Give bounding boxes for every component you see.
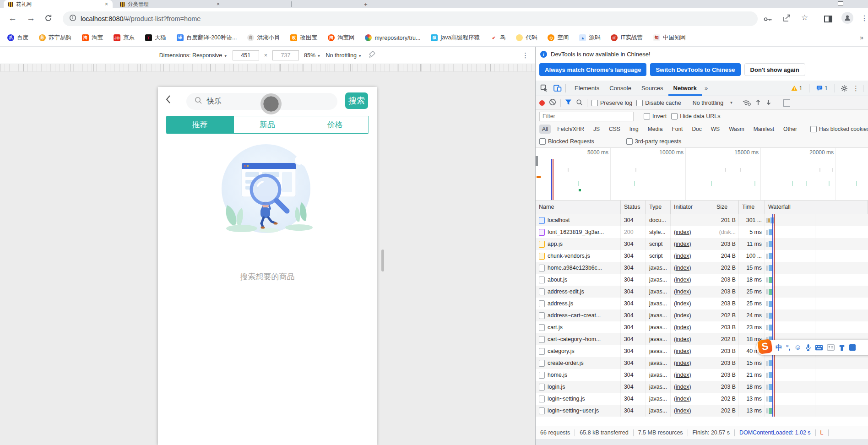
bookmark-item[interactable]: T 天猫 [145,34,166,42]
share-icon[interactable] [783,14,791,25]
table-row[interactable]: login.js 304 javas... (index) 203 B 18 m… [536,381,868,393]
chrome-menu-kebab-icon[interactable]: ⋮ [861,13,868,24]
invert-filter-checkbox[interactable]: Invert [644,113,667,119]
resource-type-chip[interactable]: Img [627,125,641,134]
banner-button[interactable]: Don't show again [744,63,805,76]
panel-tab[interactable]: Console [604,81,636,96]
request-initiator-link[interactable]: (index) [674,265,691,271]
tab-close-icon[interactable]: × [217,1,220,7]
request-initiator-link[interactable]: (index) [674,396,691,402]
bookmark-item[interactable]: ✔ 鸟 [490,34,506,42]
third-party-checkbox[interactable]: 3rd-party requests [626,138,681,145]
disable-cache-checkbox[interactable]: Disable cache [636,100,681,106]
table-row[interactable]: address.js 304 javas... (index) 203 B 25… [536,298,868,309]
bookmark-item[interactable]: JD 京东 [114,34,135,42]
table-row[interactable]: chunk-vendors.js 304 script (index) 204 … [536,250,868,262]
viewport-height-input[interactable] [272,50,299,60]
search-button[interactable]: 搜索 [345,92,368,109]
network-conditions-icon[interactable] [742,99,751,107]
request-initiator-link[interactable]: (index) [674,384,691,390]
new-tab-button[interactable]: + [364,1,368,8]
table-row[interactable]: app.js 304 script (index) 203 B 11 ms [536,238,868,250]
password-key-icon[interactable] [764,14,772,25]
bookmark-item[interactable]: 淘 淘宝 [82,34,103,42]
table-row[interactable]: home.js 304 javas... (index) 203 B 21 ms [536,369,868,381]
import-har-icon[interactable] [755,99,761,107]
request-initiator-link[interactable]: (index) [674,241,691,247]
bookmark-star-icon[interactable]: ☆ [801,12,808,23]
request-initiator-link[interactable]: (index) [674,336,691,342]
request-initiator-link[interactable]: (index) [674,348,691,354]
ime-more-icon[interactable] [849,344,856,351]
network-overview-timeline[interactable]: 5000 ms10000 ms15000 ms20000 ms [536,148,868,201]
bookmark-item[interactable]: IT IT实战营 [611,34,643,42]
inspect-element-icon[interactable] [540,84,548,92]
resource-type-chip[interactable]: WS [708,125,722,134]
warnings-badge[interactable]: 1 [788,85,806,92]
sort-tab[interactable]: 推荐 [166,116,234,133]
column-header[interactable]: Status [621,201,646,214]
resource-type-chip[interactable]: Fetch/XHR [554,125,587,134]
zoom-select[interactable]: 85% ▼ [304,52,320,59]
viewport-scrollbar-thumb[interactable] [381,250,384,271]
table-row[interactable]: login~setting.js 304 javas... (index) 20… [536,393,868,405]
preserve-log-checkbox[interactable]: Preserve log [591,100,632,106]
request-initiator-link[interactable]: (index) [674,300,691,307]
record-network-log-button[interactable] [539,100,545,106]
resource-type-chip[interactable]: CSS [606,125,623,134]
ime-keyboard-icon[interactable] [815,345,823,351]
resource-type-chip[interactable]: Wasm [726,125,747,134]
bookmark-item[interactable]: 淘 淘宝网 [328,34,355,42]
banner-button[interactable]: Switch DevTools to Chinese [650,63,740,76]
resource-type-chip[interactable]: Manifest [751,125,777,134]
clear-network-log-icon[interactable] [549,98,556,107]
column-header[interactable]: Waterfall [765,201,868,214]
request-initiator-link[interactable]: (index) [674,229,691,235]
blocked-requests-checkbox[interactable]: Blocked Requests [539,138,594,145]
table-row[interactable]: address~cart~creat... 304 javas... (inde… [536,309,868,321]
browser-tab-2[interactable]: 分类管理 × [115,0,224,8]
dimensions-select[interactable]: Dimensions: Responsive ▼ [159,52,228,59]
bookmark-item[interactable]: 爪 百度 [7,34,28,42]
network-throttle-select[interactable]: No throttling ▼ [693,100,733,106]
overview-scroll-nub[interactable] [536,156,538,166]
column-header[interactable]: Initiator [671,201,713,214]
table-row[interactable]: login~setting~user.js 304 javas... (inde… [536,405,868,417]
browser-tab-1[interactable]: 花礼网 × [4,0,113,8]
viewport-width-input[interactable] [233,50,259,60]
bookmark-item[interactable]: 肖 洪湖小肖 [247,34,280,42]
back-chevron-icon[interactable] [164,94,173,107]
ime-emoji-icon[interactable]: ☺ [794,343,802,352]
issues-badge[interactable]: 1 [813,85,831,92]
bookmark-item[interactable]: 改 改图宝 [290,34,317,42]
table-row[interactable]: address-edit.js 304 javas... (index) 203… [536,286,868,298]
sort-tab[interactable]: 新品 [234,116,302,133]
resource-type-chip[interactable]: Doc [689,125,704,134]
ime-handwriting-icon[interactable] [827,344,835,351]
table-row[interactable]: about.js 304 javas... (index) 203 B 18 m… [536,274,868,286]
request-initiator-link[interactable]: (index) [674,407,691,414]
ime-punctuation-icon[interactable]: °, [786,344,791,351]
more-panels-chevron[interactable]: » [702,85,711,92]
network-filter-input[interactable] [539,112,634,121]
panel-tab[interactable]: Sources [636,81,668,96]
table-row[interactable]: font_1623819_3g3ar... 200 style... (inde… [536,226,868,238]
bookmark-item[interactable]: ▲ 源码 [579,34,600,42]
bookmark-item[interactable]: myrepository/tru... [365,34,420,41]
resource-type-chip[interactable]: JS [591,125,602,134]
forward-icon[interactable]: → [27,13,35,24]
ime-skin-icon[interactable] [838,344,846,351]
bookmark-item[interactable]: 译 百度翻译-200种语... [177,34,237,42]
page-info-icon[interactable] [69,14,76,23]
table-row[interactable]: localhost 304 docu... 201 B 301 ... [536,214,868,226]
hide-data-urls-checkbox[interactable]: Hide data URLs [671,113,720,119]
profile-avatar[interactable] [841,12,853,24]
request-initiator-link[interactable]: (index) [674,253,691,259]
omnibox[interactable]: localhost:8080/#/product-list?from=home [63,11,758,26]
request-initiator-link[interactable]: (index) [674,277,691,283]
reload-icon[interactable] [44,14,52,25]
bookmark-item[interactable]: 知 中国知网 [653,34,686,42]
ime-mic-icon[interactable] [805,344,811,351]
resource-type-chip[interactable]: Other [781,125,800,134]
throttle-select[interactable]: No throttling ▼ [326,52,362,59]
